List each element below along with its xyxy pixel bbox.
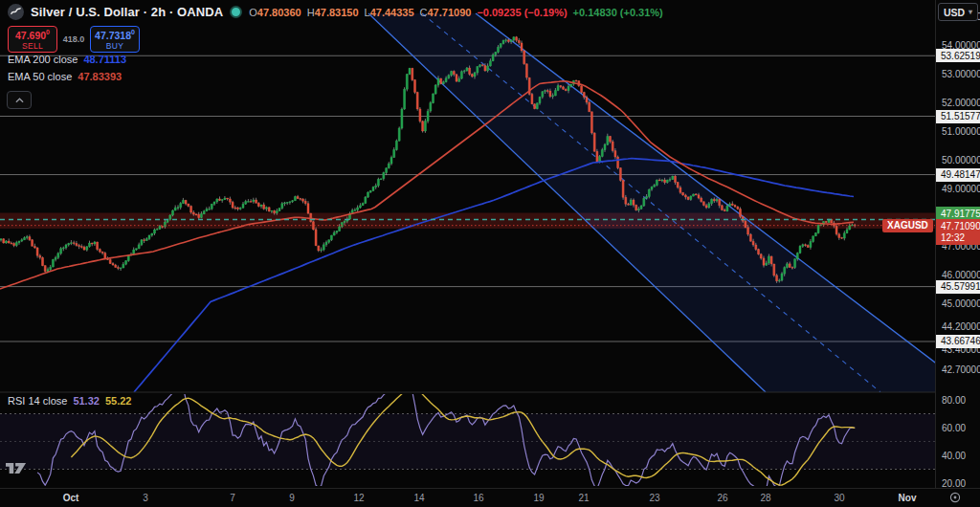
ohlc-low-value: 47.44335 [370, 7, 414, 18]
time-tick-day: 12 [353, 493, 364, 503]
change-positive: +0.14830 (+0.31%) [573, 7, 663, 18]
level-price-label: 49.48147 [936, 168, 980, 182]
chart-svg[interactable] [0, 0, 935, 488]
price-zone[interactable] [0, 213, 935, 230]
price-tick: 51.00000 [942, 126, 980, 137]
time-tick-month: Nov [899, 493, 917, 503]
currency-label: USD [944, 7, 965, 18]
countdown-timer: 12:32 [941, 232, 980, 244]
price-tick: 44.20000 [942, 321, 980, 332]
current-price-value: 47.71090 [941, 221, 980, 232]
price-tick: 50.00000 [942, 155, 980, 165]
rsi-tick: 20.00 [942, 478, 966, 489]
collapse-indicators-button[interactable] [7, 91, 32, 109]
ohlc-high-key: H [307, 7, 315, 18]
market-status-icon[interactable] [230, 6, 242, 18]
legend-ema200[interactable]: EMA 200 close 48.71113 [8, 54, 126, 65]
symbol-title[interactable]: Silver / U.S. Dollar · 2h · OANDA [31, 5, 223, 19]
price-tick: 42.70000 [942, 364, 980, 375]
symbol-header: Silver / U.S. Dollar · 2h · OANDA O47.80… [8, 4, 663, 20]
time-tick-day: 16 [473, 493, 483, 503]
price-tick: 46.00000 [942, 270, 980, 280]
time-tick-day: 26 [717, 493, 727, 503]
rsi-ma-value: 55.22 [105, 395, 132, 407]
buy-button[interactable]: 47.73180 BUY [90, 26, 140, 53]
price-tick: 53.00000 [942, 69, 980, 79]
time-tick-day: 23 [649, 493, 659, 503]
time-tick-day: 7 [230, 493, 235, 503]
ohlc-close-key: C [420, 7, 428, 18]
symbol-logo-icon[interactable] [8, 4, 24, 20]
ohlc-open-key: O [249, 7, 257, 18]
ohlc-close-value: 47.71090 [428, 7, 472, 18]
time-tick-day: 9 [289, 493, 295, 503]
chart-canvas[interactable] [0, 0, 935, 488]
level-price-label: 43.66746 [936, 335, 980, 348]
trade-panel: 47.6900 SELL 418.0 47.73180 BUY [8, 26, 140, 53]
legend-ema50[interactable]: EMA 50 close 47.83393 [8, 71, 122, 82]
time-tick-day: 3 [143, 493, 148, 503]
time-tick-day: 28 [760, 493, 770, 503]
ema200-value: 48.71113 [83, 54, 126, 65]
current-price-label: 47.7109012:32 [936, 219, 980, 245]
legend-rsi[interactable]: RSI 14 close 51.32 55.22 [8, 395, 131, 407]
axis-settings-icon[interactable] [948, 491, 962, 504]
sell-button[interactable]: 47.6900 SELL [8, 26, 57, 53]
ohlc-open-value: 47.80360 [257, 7, 301, 18]
tradingview-logo-icon[interactable] [6, 461, 27, 479]
ema50-label: EMA 50 close [8, 71, 72, 82]
price-axis[interactable]: USD ▾ 55.0000054.0000053.0000052.0000051… [935, 0, 980, 488]
time-axis[interactable]: Oct379121416192123262830Nov [0, 488, 980, 507]
rsi-tick: 60.00 [942, 423, 966, 433]
price-tick: 45.00000 [942, 298, 980, 309]
time-tick-month: Oct [63, 493, 79, 503]
ohlc-readout: O47.80360 H47.83150 L47.44335 C47.71090 … [249, 7, 663, 18]
time-tick-day: 19 [533, 493, 544, 503]
change-negative: −0.09235 (−0.19%) [477, 7, 567, 18]
time-tick-day: 21 [578, 493, 589, 503]
rsi-label: RSI 14 close [8, 395, 67, 407]
price-tick: 49.00000 [942, 184, 980, 194]
spread-value: 418.0 [57, 34, 90, 44]
price-tick: 52.00000 [942, 98, 980, 108]
ema200-label: EMA 200 close [8, 54, 78, 65]
level-price-label: 53.62519 [936, 49, 980, 62]
chevron-down-icon: ▾ [969, 8, 972, 16]
time-tick-day: 30 [834, 493, 844, 503]
rsi-tick: 80.00 [942, 395, 966, 406]
symbol-price-tag: XAGUSD [882, 219, 933, 232]
channel-mid-line[interactable] [422, 13, 880, 392]
level-price-label: 45.57991 [936, 280, 980, 294]
chevron-up-icon [15, 98, 24, 103]
tradingview-chart-window: Silver / U.S. Dollar · 2h · OANDA O47.80… [0, 0, 980, 507]
rsi-value: 51.32 [73, 395, 100, 407]
currency-selector[interactable]: USD ▾ [938, 3, 978, 21]
level-price-label: 51.51577 [936, 110, 980, 123]
time-tick-day: 14 [413, 493, 424, 503]
ema50-value: 47.83393 [78, 71, 122, 82]
ohlc-high-value: 47.83150 [315, 7, 359, 18]
rsi-tick: 40.00 [942, 451, 966, 461]
